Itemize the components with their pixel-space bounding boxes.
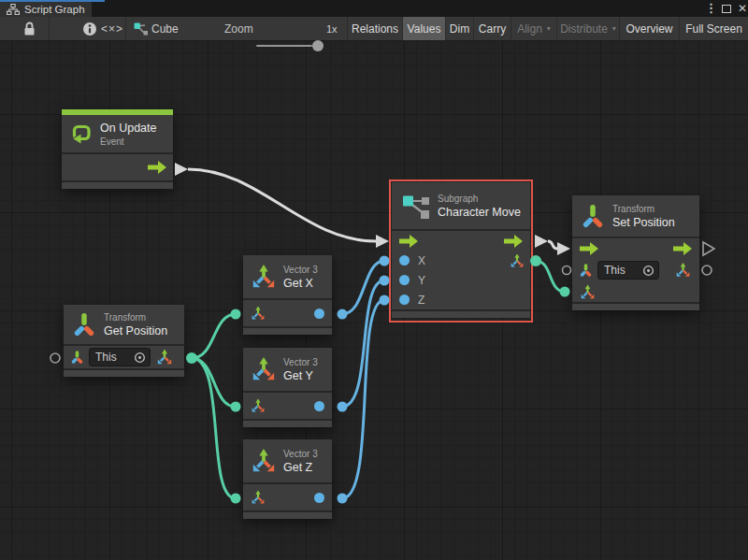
- node-subtitle: Transform: [104, 311, 167, 323]
- vector3-input-port[interactable]: [251, 306, 266, 321]
- vector3-output-port[interactable]: [510, 253, 525, 268]
- info-icon[interactable]: [82, 22, 97, 36]
- port-label: X: [418, 254, 425, 267]
- carry-button[interactable]: Carry: [474, 17, 511, 40]
- node-title: Character Move: [438, 205, 521, 220]
- selection-border: Subgraph Character Move X Y: [389, 179, 533, 323]
- lock-icon[interactable]: [22, 22, 36, 36]
- node-footer: [572, 302, 699, 310]
- node-character-move[interactable]: Subgraph Character Move X Y: [392, 182, 530, 318]
- chevron-down-icon: ▾: [547, 24, 551, 33]
- node-get-x[interactable]: Vector 3 Get X: [243, 255, 332, 335]
- this-object-field[interactable]: This: [89, 348, 151, 366]
- node-subtitle: Vector 3: [283, 264, 318, 276]
- control-output-port[interactable]: [148, 161, 166, 174]
- code-preview-icon[interactable]: <×>: [101, 17, 123, 40]
- vector3-output-port[interactable]: [156, 349, 173, 366]
- titlebar: Script Graph ⋮ ✕: [0, 0, 748, 17]
- node-subtitle: Vector 3: [283, 448, 318, 460]
- transform-input-port[interactable]: [580, 263, 592, 278]
- toolbar-separator: [49, 17, 50, 40]
- tab-title: Script Graph: [24, 4, 85, 15]
- vector3-input-port[interactable]: [580, 284, 596, 300]
- overview-button[interactable]: Overview: [620, 17, 679, 40]
- float-output-port[interactable]: [314, 309, 324, 319]
- vector3-input-port[interactable]: [251, 398, 266, 413]
- object-picker-icon[interactable]: [642, 265, 654, 277]
- graph-toolbar: <×> Cube Zoom 1x Relations Values Dim Ca…: [0, 17, 748, 41]
- node-title: Set Position: [612, 215, 675, 230]
- graph-target-icon: [134, 22, 148, 36]
- field-value: This: [95, 351, 117, 364]
- input-port-x[interactable]: [399, 255, 410, 266]
- node-footer: [243, 326, 332, 335]
- node-get-position[interactable]: Transform Get Position This: [64, 305, 184, 377]
- active-tab-indicator: [0, 0, 105, 2]
- this-object-field[interactable]: This: [597, 261, 659, 280]
- align-dropdown[interactable]: Align ▾: [511, 17, 556, 40]
- vector3-icon: [251, 264, 277, 290]
- control-input-port[interactable]: [399, 235, 418, 248]
- node-footer: [243, 510, 332, 519]
- node-title: Get X: [283, 276, 318, 291]
- zoom-label: Zoom: [224, 17, 253, 40]
- toolbar-separator: [125, 17, 126, 40]
- node-title: On Update: [100, 121, 156, 136]
- subgraph-icon: [401, 193, 429, 219]
- zoom-value: 1x: [326, 17, 338, 40]
- control-output-port[interactable]: [504, 235, 523, 248]
- window-menu-button[interactable]: ⋮: [705, 0, 717, 17]
- script-graph-icon: [7, 4, 20, 15]
- distribute-dropdown[interactable]: Distribute ▾: [557, 17, 619, 40]
- node-on-update[interactable]: On Update Event: [62, 109, 173, 189]
- port-label: Z: [418, 294, 424, 307]
- node-get-z[interactable]: Vector 3 Get Z: [243, 439, 332, 519]
- fullscreen-button[interactable]: Full Screen: [680, 17, 748, 40]
- node-title: Get Position: [104, 323, 167, 338]
- field-value: This: [604, 264, 626, 277]
- tab-script-graph[interactable]: Script Graph: [0, 0, 92, 17]
- node-subtitle: Event: [100, 136, 156, 148]
- control-input-port[interactable]: [580, 242, 598, 255]
- vector3-output-port[interactable]: [675, 263, 691, 279]
- transform-icon: [73, 310, 95, 338]
- input-port-y[interactable]: [399, 275, 410, 285]
- float-output-port[interactable]: [314, 401, 324, 411]
- graph-target-label[interactable]: Cube: [151, 17, 179, 40]
- node-title: Get Y: [283, 368, 318, 383]
- node-subtitle: Subgraph: [438, 193, 521, 205]
- dim-button[interactable]: Dim: [446, 17, 473, 40]
- node-footer: [243, 419, 332, 427]
- maximize-button[interactable]: [722, 5, 731, 13]
- zoom-slider-handle[interactable]: [312, 40, 324, 51]
- node-footer: [64, 368, 184, 377]
- node-footer: [62, 180, 173, 189]
- zoom-slider-track[interactable]: [256, 45, 312, 47]
- close-button[interactable]: ✕: [738, 0, 747, 17]
- vector3-input-port[interactable]: [251, 490, 266, 505]
- vector3-icon: [251, 448, 277, 474]
- float-output-port[interactable]: [314, 493, 324, 503]
- node-subtitle: Transform: [612, 203, 675, 215]
- values-button[interactable]: Values: [403, 17, 445, 40]
- update-loop-icon: [71, 123, 92, 144]
- chevron-down-icon: ▾: [612, 24, 616, 33]
- unity-visual-scripting-window: { "window": { "tab_title": "Script Graph…: [0, 0, 748, 560]
- node-footer: [392, 309, 530, 318]
- align-label: Align: [517, 22, 542, 36]
- node-title: Get Z: [283, 460, 318, 475]
- vector3-icon: [251, 356, 277, 382]
- distribute-label: Distribute: [560, 22, 608, 36]
- node-set-position[interactable]: Transform Set Position This: [572, 195, 699, 310]
- transform-input-port[interactable]: [71, 350, 83, 365]
- control-output-port[interactable]: [673, 242, 692, 255]
- node-get-y[interactable]: Vector 3 Get Y: [243, 348, 332, 427]
- relations-button[interactable]: Relations: [348, 17, 402, 40]
- input-port-z[interactable]: [399, 294, 410, 305]
- object-picker-icon[interactable]: [134, 352, 146, 364]
- node-subtitle: Vector 3: [283, 356, 318, 368]
- transform-icon: [582, 202, 604, 230]
- port-label: Y: [418, 274, 425, 287]
